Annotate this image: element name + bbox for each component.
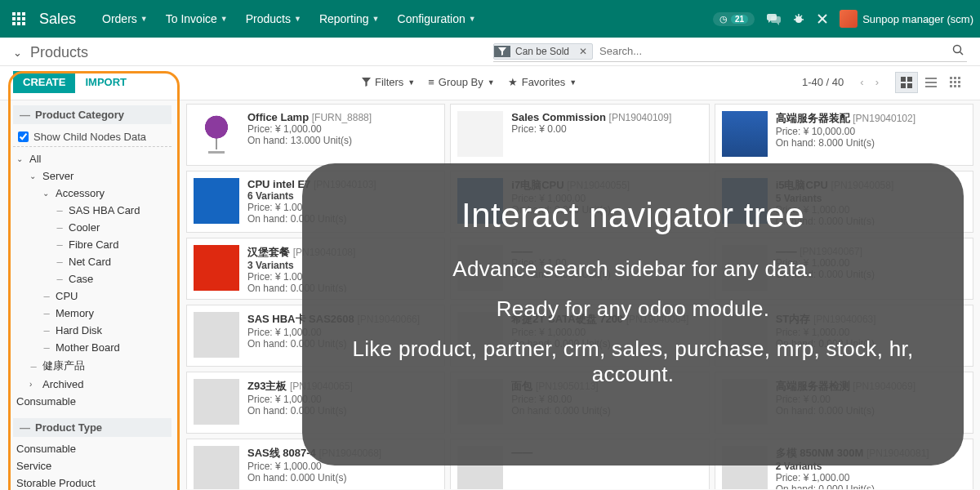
svg-rect-33 xyxy=(954,85,956,87)
top-navbar: Sales Orders▼To Invoice▼Products▼Reporti… xyxy=(0,0,980,38)
kanban-view-button[interactable] xyxy=(895,72,918,93)
product-stock: On hand: 13.000 Unit(s) xyxy=(247,135,438,146)
action-bar: CREATE IMPORT Filters▼ ≡ Group By▼ ★ Fav… xyxy=(0,66,980,100)
product-thumb xyxy=(457,111,503,157)
product-type-header[interactable]: Product Type xyxy=(13,418,172,437)
nav-item-configuration[interactable]: Configuration▼ xyxy=(390,6,484,32)
timer-badge[interactable]: ◷ 21 xyxy=(713,12,755,26)
tree-node-all[interactable]: ⌄All xyxy=(13,150,172,167)
svg-rect-4 xyxy=(17,17,20,20)
apps-icon[interactable] xyxy=(7,7,31,31)
tree-node[interactable]: –Case xyxy=(13,270,172,287)
type-item[interactable]: Service xyxy=(13,457,172,474)
svg-rect-20 xyxy=(907,77,912,82)
type-item[interactable]: Storable Product xyxy=(13,474,172,490)
svg-rect-32 xyxy=(950,85,952,87)
tree-node-health[interactable]: –健康产品 xyxy=(13,356,172,376)
tree-node[interactable]: –Memory xyxy=(13,305,172,322)
product-price: Price: ¥ 1,000.00 xyxy=(247,123,438,135)
user-menu[interactable]: Sunpop manager (scm) xyxy=(840,10,973,28)
svg-rect-27 xyxy=(954,77,956,79)
svg-rect-34 xyxy=(958,85,960,87)
chevron-down-icon[interactable]: ⌄ xyxy=(13,47,22,59)
pager-next[interactable]: › xyxy=(871,73,884,91)
filters-button[interactable]: Filters▼ xyxy=(362,76,415,88)
user-name: Sunpop manager (scm) xyxy=(862,13,973,25)
svg-rect-22 xyxy=(907,83,912,88)
create-button[interactable]: CREATE xyxy=(13,71,75,93)
svg-rect-31 xyxy=(958,81,960,83)
search-icon[interactable] xyxy=(949,44,967,58)
product-price: Price: ¥ 0.00 xyxy=(511,123,702,135)
tree-node-server[interactable]: ⌄Server xyxy=(13,167,172,185)
svg-rect-6 xyxy=(12,22,16,25)
svg-line-13 xyxy=(795,16,797,17)
messaging-icon[interactable] xyxy=(766,12,781,25)
tree-node-archived[interactable]: ›Archived xyxy=(13,376,172,393)
tree-node[interactable]: –CPU xyxy=(13,287,172,305)
import-button[interactable]: IMPORT xyxy=(75,71,136,93)
tree-node[interactable]: –SAS HBA Card xyxy=(13,202,172,219)
product-card[interactable]: Office Lamp [FURN_8888]Price: ¥ 1,000.00… xyxy=(186,104,445,166)
overlay-line-3: Like product, partner, crm, sales, purch… xyxy=(343,336,923,387)
tree-node-accessory[interactable]: ⌄Accessory xyxy=(13,185,172,202)
bug-icon[interactable] xyxy=(792,12,805,25)
product-stock: On hand: 0.000 Unit(s) xyxy=(776,483,966,489)
svg-rect-28 xyxy=(958,77,960,79)
nav-item-products[interactable]: Products▼ xyxy=(238,6,310,32)
tree-node[interactable]: –Cooler xyxy=(13,219,172,236)
svg-rect-30 xyxy=(954,81,956,83)
type-item[interactable]: Consumable xyxy=(13,440,172,457)
overlay-line-1: Advance search sidebar for any data. xyxy=(343,256,923,282)
product-card[interactable]: Sales Commission [PN19040109]Price: ¥ 0.… xyxy=(450,104,709,166)
product-name: Office Lamp [FURN_8888] xyxy=(247,111,438,123)
svg-rect-29 xyxy=(950,81,952,83)
product-thumb xyxy=(722,111,768,157)
pager-text: 1-40 / 40 xyxy=(802,76,844,88)
product-thumb xyxy=(194,245,239,291)
nav-item-orders[interactable]: Orders▼ xyxy=(94,6,156,32)
product-price: Price: ¥ 10,000.00 xyxy=(776,126,966,137)
svg-rect-26 xyxy=(950,77,952,79)
svg-point-17 xyxy=(954,46,961,53)
category-sidebar: Product Category Show Child Nodes Data ⌄… xyxy=(0,100,180,489)
page-title: Products xyxy=(30,44,88,61)
product-card[interactable]: 高端服务器装配 [PN19040102]Price: ¥ 10,000.00On… xyxy=(715,104,973,166)
tree-node[interactable]: –Mother Board xyxy=(13,339,172,356)
tree-node[interactable]: –Hard Disk xyxy=(13,322,172,339)
clock-icon: ◷ xyxy=(719,14,728,24)
filter-pill-remove[interactable]: ✕ xyxy=(574,44,592,59)
promo-overlay: Interact navigator tree Advance search s… xyxy=(302,163,964,466)
nav-item-reporting[interactable]: Reporting▼ xyxy=(311,6,388,32)
grid-view-button[interactable] xyxy=(944,72,967,93)
overlay-line-2: Ready for any odoo module. xyxy=(343,296,923,322)
filter-pill-label: Can be Sold xyxy=(510,44,574,59)
search-bar: Can be Sold ✕ xyxy=(493,42,967,62)
svg-rect-19 xyxy=(901,77,906,82)
svg-rect-23 xyxy=(925,78,937,79)
groupby-button[interactable]: ≡ Group By▼ xyxy=(428,76,494,88)
product-name: Sales Commission [PN19040109] xyxy=(511,111,702,123)
favorites-button[interactable]: ★ Favorites▼ xyxy=(508,76,577,88)
search-input[interactable] xyxy=(593,42,949,60)
nav-item-to-invoice[interactable]: To Invoice▼ xyxy=(158,6,236,32)
svg-rect-1 xyxy=(17,12,20,16)
svg-rect-24 xyxy=(925,82,937,83)
brand-title[interactable]: Sales xyxy=(34,11,91,28)
tree-node[interactable]: –Fibre Card xyxy=(13,236,172,253)
avatar xyxy=(840,10,858,28)
product-thumb xyxy=(194,379,239,425)
close-icon[interactable] xyxy=(817,13,828,24)
svg-rect-5 xyxy=(22,17,25,20)
list-view-button[interactable] xyxy=(920,72,942,93)
svg-line-14 xyxy=(800,16,802,17)
product-price: Price: ¥ 1,000.00 xyxy=(776,472,966,483)
product-category-header[interactable]: Product Category xyxy=(13,105,172,124)
product-stock: On hand: 0.000 Unit(s) xyxy=(247,472,438,483)
tree-node-consumable[interactable]: Consumable xyxy=(13,393,172,410)
pager-prev[interactable]: ‹ xyxy=(855,73,868,91)
tree-node[interactable]: –Net Card xyxy=(13,253,172,270)
svg-rect-3 xyxy=(12,17,16,20)
svg-rect-0 xyxy=(12,12,16,16)
show-child-checkbox[interactable]: Show Child Nodes Data xyxy=(13,127,172,147)
